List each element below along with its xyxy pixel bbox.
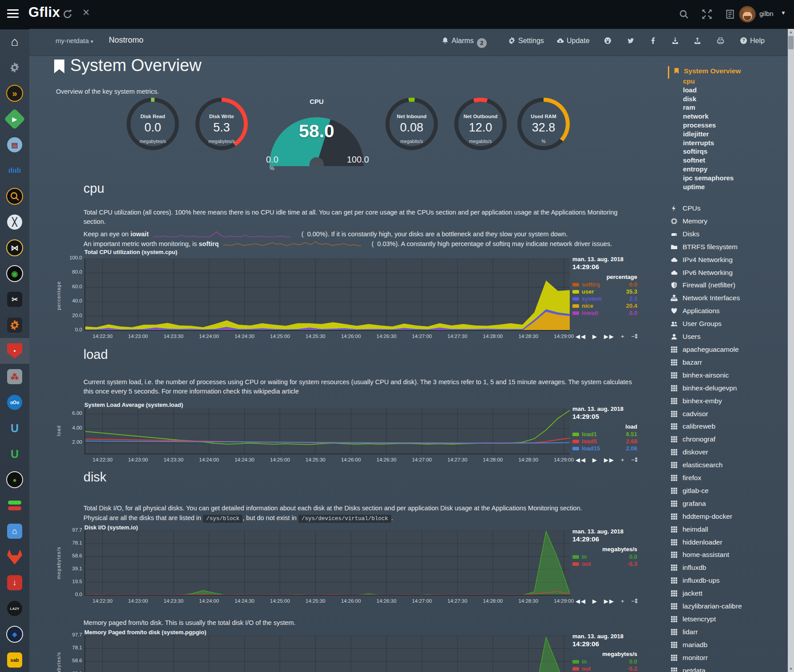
menu-subitem-load[interactable]: load: [683, 86, 734, 95]
legend-entry-out[interactable]: out-5.3: [572, 561, 639, 568]
menu-section-cpus[interactable]: CPUs: [671, 202, 742, 215]
legend-entry-iowait[interactable]: iowait0.0: [572, 310, 639, 317]
menu-section-user-groups[interactable]: User Groups: [671, 318, 742, 330]
home-icon[interactable]: ⌂: [0, 29, 29, 55]
scissors-app-icon[interactable]: ✂: [0, 286, 29, 312]
menu-section-ipv6-networking[interactable]: IPv6 Networking: [671, 266, 742, 279]
menu-subitem-disk[interactable]: disk: [683, 95, 734, 103]
zoom-in-button[interactable]: +: [621, 598, 625, 604]
legend-entry-system[interactable]: system2.3: [572, 295, 639, 302]
menu-subitem-processes[interactable]: processes: [683, 121, 734, 130]
scrollbar[interactable]: ▲ ▼: [788, 29, 794, 672]
menu-subitem-network[interactable]: network: [683, 112, 734, 121]
github-button[interactable]: [604, 37, 614, 45]
legend-entry-load5[interactable]: load52.68: [572, 438, 639, 445]
fox-app-icon[interactable]: [0, 544, 29, 570]
menu-app-binhex-delugevpn[interactable]: binhex-delugevpn: [671, 382, 742, 395]
menu-section-applications[interactable]: Applications: [671, 305, 742, 318]
close-icon[interactable]: ×: [83, 7, 93, 17]
menu-app-netdata[interactable]: netdata: [671, 664, 742, 672]
menu-subitem-idlejitter[interactable]: idlejitter: [683, 130, 734, 139]
forward-button[interactable]: ▶▶: [604, 457, 615, 463]
disk-io-chart-plot[interactable]: [85, 531, 570, 595]
chart-resize-handle[interactable]: ⇕: [634, 333, 639, 340]
blue-ooo-app-icon[interactable]: oOo: [0, 390, 29, 415]
menu-app-grafana[interactable]: grafana: [671, 497, 742, 510]
load-chart[interactable]: 2.004.006.0014:22:3014:23:0014:23:3014:2…: [84, 408, 570, 454]
gray-blue-u-app-icon[interactable]: U: [0, 415, 29, 441]
menu-app-firefox[interactable]: firefox: [671, 472, 742, 485]
menu-subitem-ipc-semaphores[interactable]: ipc semaphores: [683, 174, 734, 183]
menu-app-binhex-airsonic[interactable]: binhex-airsonic: [671, 369, 742, 382]
sab-app-icon[interactable]: sab: [0, 647, 29, 672]
menu-subitem-entropy[interactable]: entropy: [683, 165, 734, 174]
menu-subitem-softnet[interactable]: softnet: [683, 156, 734, 165]
rewind-button[interactable]: ◀◀: [576, 333, 586, 340]
hamburger-menu-icon[interactable]: [7, 9, 19, 19]
import-button[interactable]: [671, 37, 682, 45]
menu-subitem-uptime[interactable]: uptime: [683, 183, 734, 191]
scroll-down-arrow[interactable]: ▼: [788, 667, 794, 671]
settings-button[interactable]: Settings: [508, 37, 544, 45]
legend-entry-user[interactable]: user35.3: [572, 288, 639, 295]
pgpgio-chart[interactable]: 0.019.539.158.678.197.714:22:3014:23:001…: [84, 636, 570, 672]
menu-app-apacheguacamole[interactable]: apacheguacamole: [671, 343, 742, 356]
chart-resize-handle[interactable]: ⇕: [634, 597, 639, 604]
soundwave-app-icon[interactable]: ılıılı: [0, 158, 29, 183]
menu-item-system-overview[interactable]: System Overview: [673, 67, 741, 75]
menu-subitem-ram[interactable]: ram: [683, 103, 734, 112]
legend-entry-in[interactable]: in0.0: [572, 658, 639, 665]
lazy-text-app-icon[interactable]: LAZY: [0, 596, 29, 621]
menu-app-hddtemp-docker[interactable]: hddtemp-docker: [671, 510, 742, 523]
update-button[interactable]: Update: [556, 37, 590, 45]
menu-app-home-assistant[interactable]: home-assistant: [671, 549, 742, 561]
legend-entry-load15[interactable]: load152.06: [572, 445, 639, 452]
menu-subitem-softirqs[interactable]: softirqs: [683, 147, 734, 156]
user-menu[interactable]: gilbn: [759, 10, 774, 17]
load-chart-plot[interactable]: [85, 408, 570, 454]
orange-chevron-app-icon[interactable]: »: [0, 80, 29, 106]
green-u-app-icon[interactable]: U: [0, 441, 29, 467]
net-inbound-gauge[interactable]: Net Inbound 0.08 megabits/s: [378, 94, 445, 159]
disk-io-chart[interactable]: 0.019.539.158.678.197.714:22:3014:23:001…: [84, 531, 570, 596]
blue-drop-app-icon[interactable]: ◆: [0, 621, 29, 647]
play-button[interactable]: ▶: [592, 598, 598, 604]
used-ram-gauge[interactable]: Used RAM 32.8 %: [510, 94, 577, 159]
refresh-icon[interactable]: [62, 9, 73, 20]
zoom-in-button[interactable]: +: [621, 333, 625, 340]
scrollbar-thumb[interactable]: [788, 36, 794, 49]
menu-section-firewall-netfilter-[interactable]: Firewall (netfilter): [671, 279, 742, 292]
menu-app-hiddenloader[interactable]: hiddenloader: [671, 536, 742, 549]
twitter-button[interactable]: [627, 37, 637, 45]
forward-button[interactable]: ▶▶: [604, 333, 615, 340]
berries-app-icon[interactable]: ⁂: [0, 364, 29, 390]
legend-entry-out[interactable]: out-5.2: [572, 665, 639, 672]
menu-section-network-interfaces[interactable]: Network Interfaces: [671, 292, 742, 305]
menu-app-bazarr[interactable]: bazarr: [671, 356, 742, 369]
legend-entry-nice[interactable]: nice20.4: [572, 302, 639, 310]
menu-app-cadvisor[interactable]: cadvisor: [671, 408, 742, 421]
home-automation-app-icon[interactable]: ⌂: [0, 518, 29, 544]
alarms-button[interactable]: Alarms2: [441, 37, 487, 48]
chart-resize-handle[interactable]: ⇕: [634, 456, 639, 463]
legend-entry-softirq[interactable]: softirq0.0: [572, 281, 639, 288]
facebook-button[interactable]: [649, 37, 659, 45]
x-cross-app-icon[interactable]: ╳: [0, 209, 29, 235]
legend-entry-load1[interactable]: load16.51: [572, 431, 639, 438]
forward-button[interactable]: ▶▶: [604, 598, 615, 604]
pgpgio-chart-plot[interactable]: [85, 636, 570, 672]
menu-app-diskover[interactable]: diskover: [671, 446, 742, 459]
menu-app-elasticsearch[interactable]: elasticsearch: [671, 459, 742, 472]
cpu-chart-plot[interactable]: [85, 258, 570, 330]
avatar[interactable]: [739, 6, 756, 23]
search-icon[interactable]: [679, 9, 689, 20]
menu-app-lazylibrarian-calibre[interactable]: lazylibrarian-calibre: [671, 600, 742, 613]
menu-app-chronograf[interactable]: chronograf: [671, 433, 742, 446]
menu-app-lidarr[interactable]: lidarr: [671, 626, 742, 639]
menu-app-jackett[interactable]: jackett: [671, 587, 742, 600]
cpu-gauge[interactable]: CPU 58.0 0.0 100.0 %: [263, 98, 370, 171]
blue-books-app-icon[interactable]: ▤: [0, 132, 29, 158]
menu-app-gitlab-ce[interactable]: gitlab-ce: [671, 485, 742, 497]
green-diamond-play-icon[interactable]: ▶: [0, 106, 29, 132]
menu-section-btrfs-filesystem[interactable]: BTRFS filesystem: [671, 241, 742, 254]
